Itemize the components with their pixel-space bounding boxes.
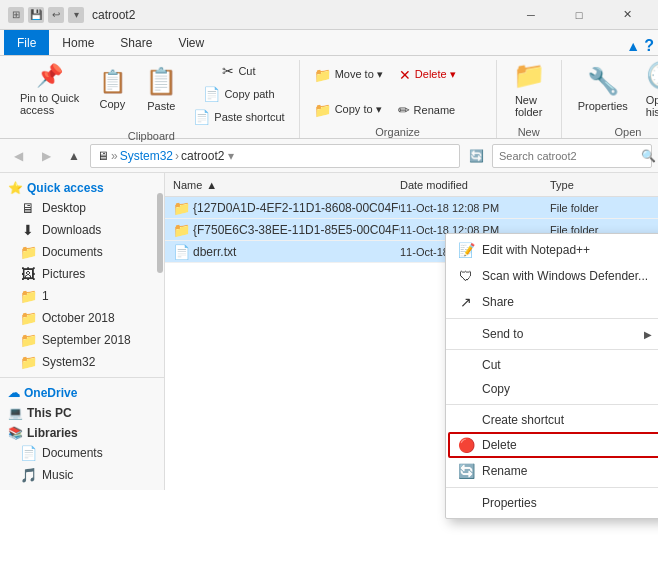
paste-icon: 📋 bbox=[145, 66, 177, 97]
quick-access-header[interactable]: ⭐ Quick access bbox=[0, 177, 164, 197]
context-create-shortcut[interactable]: Create shortcut bbox=[446, 408, 658, 432]
paste-label: Paste bbox=[147, 100, 175, 112]
copy-to-icon: 📁 bbox=[314, 102, 331, 118]
col-name-header[interactable]: Name ▲ bbox=[173, 179, 400, 191]
sidebar: ⭐ Quick access 🖥 Desktop ⬇ Downloads 📁 D… bbox=[0, 173, 165, 490]
notepad-icon: 📝 bbox=[458, 242, 474, 258]
folder1-type: File folder bbox=[550, 202, 650, 214]
col-type-header[interactable]: Type bbox=[550, 179, 650, 191]
organize-buttons: 📁 Move to ▾ ✕ Delete ▾ 📁 Copy to ▾ ✏ bbox=[308, 60, 488, 124]
scan-defender-label: Scan with Windows Defender... bbox=[482, 269, 648, 283]
rename-icon: ✏ bbox=[398, 102, 410, 118]
this-pc-label: This PC bbox=[27, 406, 72, 420]
folder1-icon: 📁 bbox=[173, 200, 189, 216]
back-button[interactable]: ◀ bbox=[6, 144, 30, 168]
forward-button[interactable]: ▶ bbox=[34, 144, 58, 168]
ribbon-tabs: File Home Share View ▲ ? bbox=[0, 30, 658, 56]
title-controls[interactable]: ─ □ ✕ bbox=[508, 0, 650, 30]
properties-button[interactable]: 🔧 Properties bbox=[570, 60, 636, 118]
sidebar-item-desktop[interactable]: 🖥 Desktop bbox=[0, 197, 164, 219]
copy-to-button[interactable]: 📁 Copy to ▾ bbox=[308, 96, 388, 124]
onedrive-header[interactable]: ☁ OneDrive bbox=[0, 382, 164, 402]
col-date-header[interactable]: Date modified bbox=[400, 179, 550, 191]
context-menu: 📝 Edit with Notepad++ 🛡 Scan with Window… bbox=[445, 233, 658, 519]
paste-shortcut-button[interactable]: 📄 Paste shortcut bbox=[187, 106, 290, 128]
path-separator-1: » bbox=[111, 149, 118, 163]
context-delete[interactable]: 🔴 Delete bbox=[446, 432, 658, 458]
open-history-label: Openhistory bbox=[646, 94, 658, 118]
close-button[interactable]: ✕ bbox=[604, 0, 650, 30]
copy-path-button[interactable]: 📄 Copy path bbox=[187, 83, 290, 105]
rename-label: Rename bbox=[414, 104, 456, 116]
context-rename[interactable]: 🔄 Rename bbox=[446, 458, 658, 484]
onedrive-icon: ☁ bbox=[8, 386, 20, 400]
sidebar-item-pictures[interactable]: 🖼 Pictures bbox=[0, 263, 164, 285]
ribbon: File Home Share View ▲ ? 📌 Pin to Quicka… bbox=[0, 30, 658, 139]
this-pc-header[interactable]: 💻 This PC bbox=[0, 402, 164, 422]
refresh-button[interactable]: 🔄 bbox=[464, 144, 488, 168]
edit-notepad-label: Edit with Notepad++ bbox=[482, 243, 590, 257]
dberr-name: dberr.txt bbox=[193, 245, 236, 259]
main-area: ⭐ Quick access 🖥 Desktop ⬇ Downloads 📁 D… bbox=[0, 173, 658, 567]
file-list: Name ▲ Date modified Type 📁 {127D0A1D-4E… bbox=[165, 173, 658, 567]
undo-icon: ↩ bbox=[48, 7, 64, 23]
history-icon: 🕐 bbox=[646, 60, 658, 91]
paste-shortcut-icon: 📄 bbox=[193, 109, 210, 125]
search-input[interactable] bbox=[499, 150, 637, 162]
open-history-button[interactable]: 🕐 Openhistory bbox=[638, 60, 658, 118]
context-copy[interactable]: Copy bbox=[446, 377, 658, 401]
sidebar-item-september2018[interactable]: 📁 September 2018 bbox=[0, 329, 164, 351]
sidebar-item-documents[interactable]: 📁 Documents bbox=[0, 241, 164, 263]
sidebar-item-downloads[interactable]: ⬇ Downloads bbox=[0, 219, 164, 241]
delete-button[interactable]: ✕ Delete ▾ bbox=[393, 61, 462, 89]
libraries-header[interactable]: 📚 Libraries bbox=[0, 422, 164, 442]
context-properties[interactable]: Properties bbox=[446, 491, 658, 515]
minimize-button[interactable]: ─ bbox=[508, 0, 554, 30]
small-buttons-group: ✂ Cut 📄 Copy path 📄 Paste shortcut bbox=[187, 60, 290, 128]
context-send-to[interactable]: Send to ▶ bbox=[446, 322, 658, 346]
folder1-name: {127D0A1D-4EF2-11D1-8608-00C04FC295... bbox=[193, 201, 400, 215]
sidebar-item-1[interactable]: 📁 1 bbox=[0, 285, 164, 307]
copy-button[interactable]: 📋 Copy bbox=[89, 60, 135, 118]
downloads-label: Downloads bbox=[42, 223, 101, 237]
tab-home[interactable]: Home bbox=[49, 30, 107, 55]
sidebar-item-music[interactable]: 🎵 Music bbox=[0, 464, 164, 486]
move-to-button[interactable]: 📁 Move to ▾ bbox=[308, 61, 389, 89]
tab-file[interactable]: File bbox=[4, 30, 49, 55]
tab-share[interactable]: Share bbox=[107, 30, 165, 55]
folder-1-icon: 📁 bbox=[20, 288, 36, 304]
music-icon: 🎵 bbox=[20, 467, 36, 483]
new-group: 📁 Newfolder New bbox=[497, 60, 562, 138]
properties-ctx-label: Properties bbox=[482, 496, 537, 510]
maximize-button[interactable]: □ bbox=[556, 0, 602, 30]
rename-button[interactable]: ✏ Rename bbox=[392, 96, 462, 124]
window-title: catroot2 bbox=[92, 8, 135, 22]
context-divider-4 bbox=[446, 487, 658, 488]
paste-button[interactable]: 📋 Paste bbox=[137, 60, 185, 118]
dberr-icon: 📄 bbox=[173, 244, 189, 260]
pin-to-quick-button[interactable]: 📌 Pin to Quickaccess bbox=[12, 60, 87, 118]
sidebar-item-october2018[interactable]: 📁 October 2018 bbox=[0, 307, 164, 329]
context-divider-1 bbox=[446, 318, 658, 319]
search-box[interactable]: 🔍 bbox=[492, 144, 652, 168]
context-scan-defender[interactable]: 🛡 Scan with Windows Defender... bbox=[446, 263, 658, 289]
context-cut[interactable]: Cut bbox=[446, 353, 658, 377]
sidebar-item-documents-lib[interactable]: 📄 Documents bbox=[0, 442, 164, 464]
cut-button[interactable]: ✂ Cut bbox=[187, 60, 290, 82]
october-icon: 📁 bbox=[20, 310, 36, 326]
tab-view[interactable]: View bbox=[165, 30, 217, 55]
file-row-folder1[interactable]: 📁 {127D0A1D-4EF2-11D1-8608-00C04FC295...… bbox=[165, 197, 658, 219]
context-edit-notepad[interactable]: 📝 Edit with Notepad++ bbox=[446, 237, 658, 263]
share-label: Share bbox=[482, 295, 514, 309]
path-system32[interactable]: System32 bbox=[120, 149, 173, 163]
copy-path-label: Copy path bbox=[224, 88, 274, 100]
sidebar-item-system32[interactable]: 📁 System32 bbox=[0, 351, 164, 373]
open-buttons: 🔧 Properties 🕐 Openhistory bbox=[570, 60, 658, 124]
clipboard-group: 📌 Pin to Quickaccess 📋 Copy 📋 Paste ✂ bbox=[4, 60, 300, 138]
new-folder-button[interactable]: 📁 Newfolder bbox=[505, 60, 553, 118]
file-name-folder1: 📁 {127D0A1D-4EF2-11D1-8608-00C04FC295... bbox=[173, 200, 400, 216]
address-path[interactable]: 🖥 » System32 › catroot2 ▾ bbox=[90, 144, 460, 168]
sidebar-scrollbar[interactable] bbox=[157, 193, 163, 273]
up-button[interactable]: ▲ bbox=[62, 144, 86, 168]
context-share[interactable]: ↗ Share bbox=[446, 289, 658, 315]
